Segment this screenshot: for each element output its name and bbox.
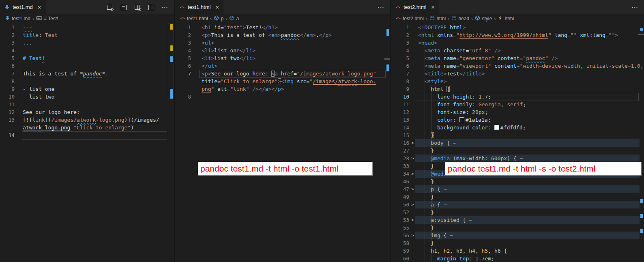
open-preview-side-icon[interactable] xyxy=(106,4,114,11)
fold-chevron-icon[interactable]: > xyxy=(409,201,416,208)
code-line[interactable]: 6</ul> xyxy=(175,62,391,70)
breadcrumb-item[interactable]: <>test1.html xyxy=(180,15,208,22)
code-line[interactable]: 60 margin-top: 1.7em; xyxy=(391,255,644,262)
code-line[interactable]: 11 xyxy=(0,101,174,108)
code-line[interactable]: 2<p>This is a test of <em>pandoc</em>.</… xyxy=(175,31,391,39)
more-actions-icon[interactable]: ⋯ xyxy=(378,4,384,11)
color-swatch[interactable] xyxy=(459,117,464,122)
code-line[interactable]: 12 font-size: 20px; xyxy=(391,108,644,116)
code-line[interactable]: 47> p { ⋯ xyxy=(391,185,644,193)
code-line[interactable]: 27 } xyxy=(391,147,644,155)
breadcrumb-item[interactable]: html xyxy=(498,15,514,22)
code-line[interactable]: 59 h1, h2, h3, h4, h5, h6 { xyxy=(391,247,644,255)
code-line[interactable]: 8 <style> xyxy=(391,77,644,85)
code-line[interactable]: 10- list two xyxy=(0,93,174,101)
code-line[interactable]: 52 } xyxy=(391,208,644,216)
editor-actions: ⋯ xyxy=(378,0,391,14)
code-line[interactable]: 10 line-height: 1.7; xyxy=(391,93,644,101)
code-line[interactable]: 1<!DOCTYPE html> xyxy=(391,24,644,31)
breadcrumb-item[interactable]: html xyxy=(429,15,446,22)
html-icon: <> xyxy=(395,15,401,22)
breadcrumb-item[interactable]: p xyxy=(214,15,223,22)
more-actions-icon[interactable]: ⋯ xyxy=(161,4,168,11)
code-line[interactable]: 5<li>list two</li> xyxy=(175,54,391,62)
code-line[interactable]: 15 } xyxy=(391,131,644,139)
breadcrumb-item[interactable]: abc# Test! xyxy=(36,15,58,22)
open-preview-side-2-icon[interactable] xyxy=(134,4,141,11)
code-line[interactable]: 6 xyxy=(0,62,174,70)
code-line[interactable]: 8 xyxy=(175,93,391,101)
overview-ruler[interactable] xyxy=(168,24,174,262)
code-text: background-color: #fdfdfd; xyxy=(416,124,526,131)
code-editor[interactable]: 1<!DOCTYPE html>2<html xmlns="http://www… xyxy=(391,24,644,262)
line-number: 55 xyxy=(391,224,409,232)
code-text: <ul> xyxy=(202,39,214,47)
code-editor[interactable]: 1---2title: Test3...45# Test!67This is a… xyxy=(0,24,174,139)
overview-ruler[interactable] xyxy=(638,24,644,262)
fold-chevron-icon[interactable]: > xyxy=(409,155,416,162)
tab-test2-html[interactable]: <> test2.html × xyxy=(391,0,439,14)
code-line[interactable]: 1<h1 id="test">Test!</h1> xyxy=(175,24,391,31)
code-line[interactable]: 53> a:visited { ⋯ xyxy=(391,216,644,224)
line-number: 11 xyxy=(391,101,409,108)
code-line[interactable]: 11 font-family: Georgia, serif; xyxy=(391,101,644,108)
code-line[interactable]: 5# Test! xyxy=(0,54,174,62)
breadcrumb-item[interactable]: test1.md xyxy=(5,15,30,22)
code-line[interactable]: 14 xyxy=(0,131,174,139)
line-number: 5 xyxy=(391,54,409,62)
code-line[interactable]: 28> @media (max-width: 600px) { ⋯ xyxy=(391,155,644,162)
fold-chevron-icon[interactable]: > xyxy=(409,170,416,178)
code-line[interactable]: 13[![link](/images/atwork-logo.png)](/im… xyxy=(0,116,174,131)
code-line[interactable]: 4 xyxy=(0,47,174,54)
code-line[interactable]: 13 color: #1a1a1a; xyxy=(391,116,644,124)
close-icon[interactable]: × xyxy=(215,4,219,10)
split-editor-icon[interactable] xyxy=(148,4,155,11)
fold-chevron-icon[interactable]: > xyxy=(409,139,416,147)
breadcrumb-item[interactable]: style xyxy=(475,15,492,22)
tab-test1-html[interactable]: <> test1.html × xyxy=(175,0,223,14)
code-line[interactable]: 5 <meta name="generator" content="pandoc… xyxy=(391,54,644,62)
code-editor[interactable]: 1<h1 id="test">Test!</h1>2<p>This is a t… xyxy=(175,24,391,101)
code-line[interactable]: 3<head> xyxy=(391,39,644,47)
code-line[interactable]: 55 } xyxy=(391,224,644,232)
code-line[interactable]: 50> a { ⋯ xyxy=(391,201,644,208)
fold-chevron-icon[interactable]: > xyxy=(409,232,416,239)
code-line[interactable]: 56> img { ⋯ xyxy=(391,232,644,239)
code-line[interactable]: 4<li>list one</li> xyxy=(175,47,391,54)
open-preview-icon[interactable] xyxy=(120,4,127,11)
code-line[interactable]: 1--- xyxy=(0,24,174,31)
code-line[interactable]: 6 <meta name="viewport" content="width=d… xyxy=(391,62,644,70)
code-line[interactable]: 2<html xmlns="http://www.w3.org/1999/xht… xyxy=(391,31,644,39)
code-line[interactable]: 9- list one xyxy=(0,85,174,93)
code-line[interactable]: 3<ul> xyxy=(175,39,391,47)
code-line[interactable]: 7This is a test of *pandoc*. xyxy=(0,70,174,77)
code-text: line-height: 1.7; xyxy=(416,93,491,101)
breadcrumb-item[interactable]: a xyxy=(229,15,239,22)
code-line[interactable]: 4 <meta charset="utf-8" /> xyxy=(391,47,644,54)
breadcrumb-item[interactable]: <>test2.html xyxy=(395,15,424,22)
code-line[interactable]: 14 background-color: #fdfdfd; xyxy=(391,124,644,131)
code-line[interactable]: 9 html { xyxy=(391,85,644,93)
line-number: 33 xyxy=(391,162,409,170)
code-line[interactable]: 16> body { ⋯ xyxy=(391,139,644,147)
tab-test1-md[interactable]: test1.md × xyxy=(0,0,46,14)
code-line[interactable]: 46 } xyxy=(391,178,644,185)
close-icon[interactable]: × xyxy=(431,4,435,10)
code-line[interactable]: 58 } xyxy=(391,239,644,247)
code-line[interactable]: 12See our logo here: xyxy=(0,108,174,116)
code-line[interactable]: 7<p>See our logo here: <a href="/images/… xyxy=(175,70,391,93)
line-number: 7 xyxy=(175,70,191,77)
more-actions-icon[interactable]: ⋯ xyxy=(631,4,638,11)
code-line[interactable]: 3... xyxy=(0,39,174,47)
close-icon[interactable]: × xyxy=(38,4,41,10)
code-line[interactable]: 49 } xyxy=(391,193,644,201)
breadcrumb-item[interactable]: head xyxy=(451,15,469,22)
overview-ruler[interactable] xyxy=(384,24,391,262)
breadcrumb-label: test1.html xyxy=(187,16,208,21)
code-line[interactable]: 8 xyxy=(0,77,174,85)
code-line[interactable]: 7 <title>Test</title> xyxy=(391,70,644,77)
color-swatch[interactable] xyxy=(494,125,499,130)
code-line[interactable]: 2title: Test xyxy=(0,31,174,39)
fold-chevron-icon[interactable]: > xyxy=(409,185,416,193)
fold-chevron-icon[interactable]: > xyxy=(409,216,416,224)
